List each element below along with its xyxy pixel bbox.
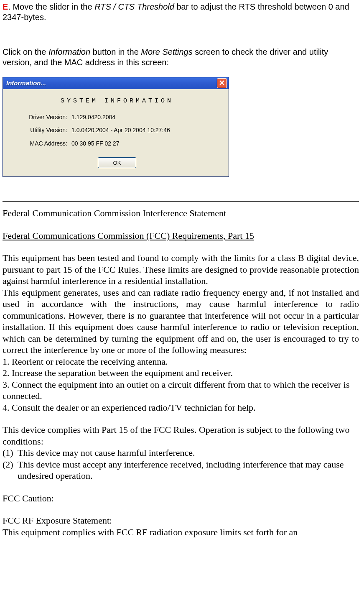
condition-number: (2) xyxy=(3,459,18,482)
fcc-rf-body: This equipment complies with FCC RF radi… xyxy=(3,526,359,538)
fcc-rf-title: FCC RF Exposure Statement: xyxy=(3,515,359,526)
fcc-measure-4: 4. Consult the dealer or an experienced … xyxy=(3,402,359,414)
text: . Move the slider in the xyxy=(8,2,94,11)
condition-text: This device may not cause harmful interf… xyxy=(18,447,359,459)
fcc-subheading: Federal Communications Commission (FCC) … xyxy=(3,230,359,242)
utility-version-value: 1.0.0420.2004 - Apr 20 2004 10:27:46 xyxy=(71,127,221,134)
driver-version-label: Driver Version: xyxy=(13,114,71,121)
ok-button[interactable]: OK xyxy=(98,157,136,168)
mac-address-label: MAC Address: xyxy=(13,140,71,148)
mac-address-row: MAC Address: 00 30 95 FF 02 27 xyxy=(13,140,221,148)
dialog-titlebar[interactable]: Information... xyxy=(3,77,229,89)
dialog-title: Information... xyxy=(6,79,217,87)
driver-version-row: Driver Version: 1.129.0420.2004 xyxy=(13,114,221,121)
fcc-condition-1: (1) This device may not cause harmful in… xyxy=(3,447,359,459)
close-icon xyxy=(219,79,224,87)
step-marker-e: E xyxy=(3,2,8,11)
mac-address-value: 00 30 95 FF 02 27 xyxy=(71,140,221,148)
text-italic: RTS / CTS Threshold xyxy=(94,2,174,11)
fcc-caution: FCC Caution: xyxy=(3,493,359,504)
fcc-heading: Federal Communication Commission Interfe… xyxy=(3,207,359,219)
fcc-condition-2: (2) This device must accept any interfer… xyxy=(3,459,359,482)
condition-text: This device must accept any interference… xyxy=(18,459,359,482)
fcc-measure-2: 2. Increase the separation between the e… xyxy=(3,367,359,379)
text: Click on the xyxy=(3,47,48,56)
dialog-button-row: OK xyxy=(13,157,221,168)
fcc-section: Federal Communication Commission Interfe… xyxy=(3,207,359,538)
condition-number: (1) xyxy=(3,447,18,459)
text-italic: More Settings xyxy=(141,47,192,56)
section-divider xyxy=(3,201,359,202)
utility-version-label: Utility Version: xyxy=(13,127,71,134)
system-information-heading: SYSTEM INFORMATION xyxy=(13,97,221,105)
dialog-body: SYSTEM INFORMATION Driver Version: 1.129… xyxy=(3,89,229,176)
text: button in the xyxy=(90,47,141,56)
information-dialog: Information... SYSTEM INFORMATION Driver… xyxy=(3,77,229,177)
driver-version-value: 1.129.0420.2004 xyxy=(71,114,221,121)
fcc-part15: This device complies with Part 15 of the… xyxy=(3,424,359,447)
close-button[interactable] xyxy=(217,78,227,88)
fcc-measure-1: 1. Reorient or relocate the receiving an… xyxy=(3,356,359,368)
fcc-body-2: This equipment generates, uses and can r… xyxy=(3,287,359,356)
text-italic: Information xyxy=(48,47,90,56)
utility-version-row: Utility Version: 1.0.0420.2004 - Apr 20 … xyxy=(13,127,221,134)
paragraph-information-button: Click on the Information button in the M… xyxy=(3,47,359,68)
fcc-body-1: This equipment has been tested and found… xyxy=(3,252,359,287)
fcc-measure-3: 3. Connect the equipment into an outlet … xyxy=(3,379,359,402)
paragraph-rts-threshold: E. Move the slider in the RTS / CTS Thre… xyxy=(3,2,359,23)
